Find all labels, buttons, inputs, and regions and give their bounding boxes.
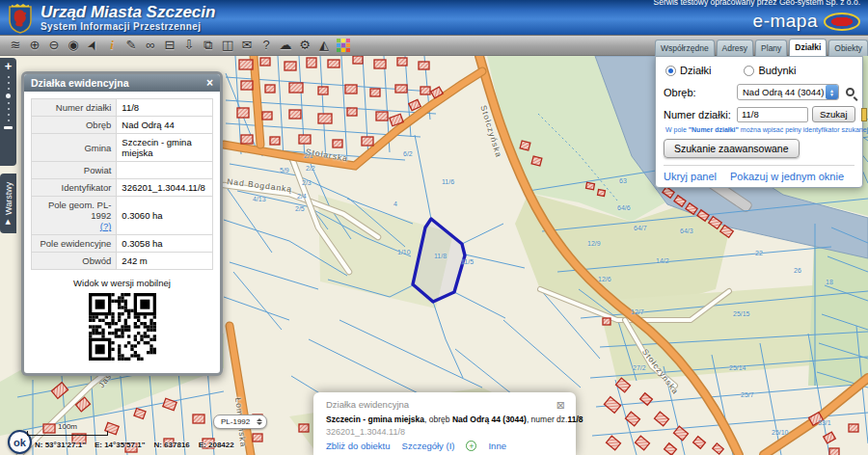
table-row: Identyfikator326201_1.3044.11/8: [32, 179, 213, 197]
other-link[interactable]: Inne: [488, 441, 506, 451]
layers-icon[interactable]: ≋: [6, 37, 25, 54]
layers-tab[interactable]: ▶ Warstwy: [0, 174, 16, 233]
obreb-select[interactable]: Nad Odrą 44 (3044) ▲▼: [737, 84, 839, 100]
parcel-panel-title: Działka ewidencyjna: [31, 77, 129, 89]
attribute-label: Pole geom. PL-1992 (?): [32, 197, 117, 235]
table-row: Pole geom. PL-1992 (?)0.3060 ha: [32, 197, 213, 235]
advanced-search-button[interactable]: Szukanie zaawansowane: [664, 139, 800, 158]
attribute-label: Numer działki: [32, 99, 117, 117]
app-title: Urząd Miasta Szczecin: [41, 4, 215, 20]
pointer-icon[interactable]: ➤: [83, 37, 102, 54]
crs-value: PL-1992: [221, 417, 250, 426]
print-icon[interactable]: ⊟: [160, 37, 179, 54]
attribute-value: Nad Odrą 44: [117, 117, 213, 134]
emapa-brand: e-mapa: [753, 11, 818, 32]
szukaj-button[interactable]: Szukaj: [812, 106, 855, 122]
app-subtitle: System Informacji Przestrzennej: [41, 21, 215, 32]
radio-budynki-icon[interactable]: [744, 66, 754, 76]
app-window: StołczyńskaStołczyńskaStolarskaNad Bogda…: [0, 0, 868, 455]
close-icon[interactable]: ×: [206, 77, 213, 89]
coordinates-readout: N: 53°31'27.1"E: 14°35'57.1"N: 637816E: …: [35, 441, 243, 449]
layers-tab-label: Warstwy: [4, 181, 14, 214]
table-row: Obwód242 m: [32, 253, 213, 270]
cloud-icon[interactable]: ☁: [276, 37, 295, 54]
service-note: Serwis testowy opracowany przez Geo-syst…: [654, 0, 860, 7]
attribute-value: 11/8: [117, 99, 213, 117]
radio-budynki[interactable]: Budynki: [744, 65, 796, 76]
help-icon[interactable]: ?: [257, 37, 276, 54]
popup-close-icon[interactable]: ⊠: [556, 399, 565, 412]
scale-bar: 100m: [27, 422, 108, 436]
search-tabs: WspółrzędneAdresyPlanyDziałkiObiekty⊠: [655, 39, 863, 56]
numer-dzialki-label: Numer działki:: [664, 109, 733, 120]
mobile-caption: Widok w wersji mobilnej: [31, 278, 213, 288]
north-arrow-icon[interactable]: ◭: [314, 37, 334, 54]
comment-icon[interactable]: ✉: [237, 37, 257, 54]
feature-info-popup: Działka ewidencyjna ⊠ Szczecin - gmina m…: [313, 392, 576, 455]
stepper-icon[interactable]: ▲▼: [826, 85, 838, 99]
scale-bar-line: [27, 431, 108, 436]
tab-plany[interactable]: Plany: [755, 40, 787, 56]
attribute-label: Obwód: [32, 253, 117, 270]
table-row: ObrębNad Odrą 44: [32, 117, 213, 134]
single-window-link[interactable]: Pokazuj w jednym oknie: [730, 171, 844, 182]
help-link[interactable]: (?): [100, 221, 112, 231]
attribute-value: 0.3058 ha: [117, 235, 213, 253]
details-link[interactable]: Szczegóły (I): [402, 441, 455, 451]
tab-adresy[interactable]: Adresy: [717, 40, 753, 56]
search-hint: W pole "Numer działki" można wpisać pełn…: [665, 126, 854, 133]
settings-icon[interactable]: ⚙: [295, 37, 314, 54]
download-icon[interactable]: ⇩: [179, 37, 199, 54]
zoom-in-icon[interactable]: ⊕: [25, 37, 44, 54]
crs-select[interactable]: PL-1992: [213, 415, 267, 429]
zoom-slider[interactable]: [6, 76, 11, 121]
popup-main-line: Szczecin - gmina miejska, obręb Nad Odrą…: [326, 415, 565, 424]
crs-stepper-icon: [257, 418, 262, 425]
basemap-grid-icon[interactable]: [334, 37, 353, 54]
legend-chips: [861, 108, 868, 121]
select-area-icon[interactable]: ◉: [64, 37, 83, 54]
zoom-in-button[interactable]: +: [5, 60, 13, 73]
app-header: Urząd Miasta Szczecin System Informacji …: [0, 0, 868, 35]
parcel-info-panel: Działka ewidencyjna × Numer działki11/8O…: [21, 71, 223, 376]
radio-dzialki[interactable]: Działki: [665, 65, 711, 76]
table-row: Pole ewidencyjne0.3058 ha: [32, 235, 213, 253]
numer-dzialki-input[interactable]: [737, 107, 808, 122]
popup-identifier: 326201_1.3044.11/8: [326, 427, 565, 437]
link-icon[interactable]: ∞: [141, 37, 160, 54]
table-row: Powiat: [32, 162, 213, 179]
add-icon[interactable]: +: [466, 441, 476, 451]
szczecin-crest-icon: [8, 3, 33, 34]
tab-obiekty[interactable]: Obiekty: [828, 40, 868, 56]
copy-view-icon[interactable]: ⧉: [199, 37, 218, 54]
attribute-label: Powiat: [32, 162, 117, 179]
zoom-out-icon[interactable]: ⊖: [44, 37, 64, 54]
tab-dzialki[interactable]: Działki: [789, 39, 827, 56]
zoom-slider-handle[interactable]: [4, 126, 13, 129]
table-row: GminaSzczecin - gmina miejska: [32, 134, 213, 162]
parcel-panel-header[interactable]: Działka ewidencyjna ×: [24, 74, 220, 92]
geo-system-logo-icon: [824, 13, 860, 31]
attribute-label: Identyfikator: [32, 179, 117, 197]
attribute-value: 0.3060 ha: [117, 197, 213, 235]
attribute-label: Pole ewidencyjne: [32, 235, 117, 253]
hide-panel-link[interactable]: Ukryj panel: [664, 171, 717, 182]
expand-arrow-icon: ▶: [5, 218, 13, 226]
table-row: Numer działki11/8: [32, 99, 213, 117]
attribute-label: Gmina: [32, 134, 117, 162]
parcel-attributes-table: Numer działki11/8ObrębNad Odrą 44GminaSz…: [31, 98, 213, 270]
split-view-icon[interactable]: ◫: [218, 37, 237, 54]
zoom-to-object-link[interactable]: Zbliż do obiektu: [326, 441, 391, 451]
qr-code: [89, 293, 156, 361]
info-icon[interactable]: i: [102, 37, 122, 54]
attribute-value: 242 m: [117, 253, 213, 270]
scale-label: 100m: [27, 422, 108, 431]
search-icon[interactable]: [846, 88, 854, 96]
popup-title: Działka ewidencyjna: [326, 399, 409, 412]
radio-dzialki-label: Działki: [680, 65, 711, 76]
tab-wspolrzedne[interactable]: Współrzędne: [655, 40, 715, 56]
measure-icon[interactable]: ✎: [122, 37, 141, 54]
radio-dzialki-icon[interactable]: [665, 66, 676, 76]
obreb-value: Nad Odrą 44 (3044): [743, 87, 825, 97]
chip-yellow[interactable]: [861, 108, 867, 121]
